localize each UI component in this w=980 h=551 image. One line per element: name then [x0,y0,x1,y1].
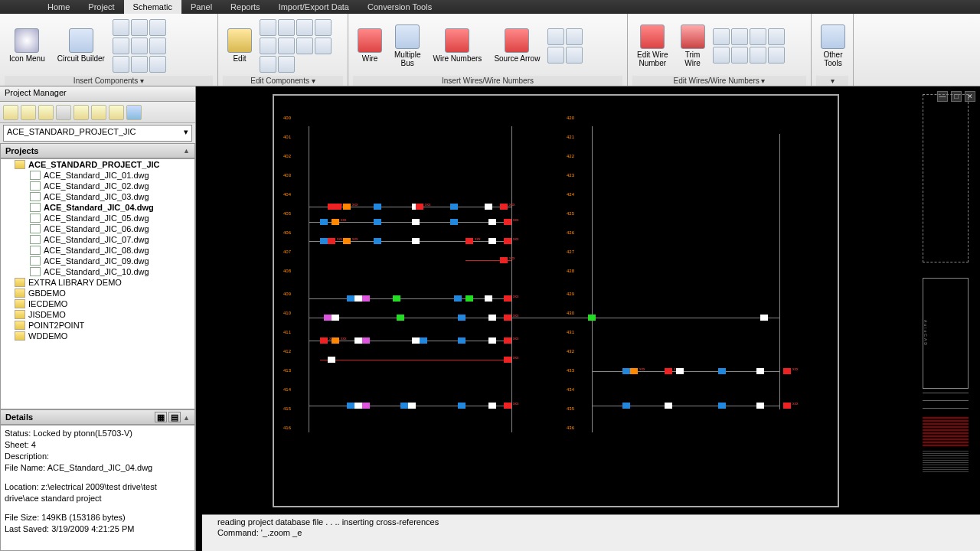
tb-save-icon[interactable] [38,105,54,120]
small-btn[interactable] [731,47,748,64]
tree-file[interactable]: ACE_Standard_JIC_08.dwg [1,245,194,256]
tree-project[interactable]: GBDEMO [1,288,194,298]
small-btn[interactable] [149,56,166,73]
tree-file[interactable]: ACE_Standard_JIC_03.dwg [1,191,194,202]
other-tools-button[interactable]: Other Tools [816,23,850,69]
small-btn[interactable] [315,19,332,36]
source-arrow-button[interactable]: Source Arrow [489,27,544,64]
wire-numbers-button[interactable]: Wire Numbers [428,27,486,64]
tree-project[interactable]: IECDEMO [1,298,194,309]
small-btn[interactable] [131,56,148,73]
small-btn[interactable] [260,37,276,54]
small-btn[interactable] [566,47,583,64]
tab-panel[interactable]: Panel [181,0,221,14]
tree-file[interactable]: ACE_Standard_JIC_02.dwg [1,181,194,191]
small-btn[interactable] [750,47,766,64]
small-btn[interactable] [131,37,148,54]
trim-wire-button[interactable]: Trim Wire [676,23,710,69]
tb-help-icon[interactable] [126,105,142,120]
group-insert-components[interactable]: Insert Components ▾ [5,76,213,86]
group-edit-components[interactable]: Edit Components ▾ [223,76,343,86]
tab-project[interactable]: Project [79,0,123,14]
tree-project[interactable]: WDDEMO [1,331,194,341]
tree-file-active[interactable]: ACE_Standard_JIC_04.dwg [1,202,194,213]
small-btn[interactable] [278,37,295,54]
group-edit-wires[interactable]: Edit Wires/Wire Numbers ▾ [632,76,806,86]
small-btn[interactable] [566,28,583,45]
small-btn[interactable] [113,37,129,54]
tab-conversion[interactable]: Conversion Tools [358,0,441,14]
icon-menu-button[interactable]: Icon Menu [5,27,50,64]
small-btn[interactable] [731,28,748,45]
detail-saved: Last Saved: 3/19/2009 4:21:25 PM [5,523,191,535]
small-btn[interactable] [260,56,276,73]
dwg-icon [30,171,41,180]
circuit-icon [69,28,93,53]
tb-publish-icon[interactable] [91,105,106,120]
small-btn[interactable] [149,37,166,54]
dwg-icon [30,181,41,191]
small-btn[interactable] [260,19,276,36]
small-btn[interactable] [113,56,129,73]
ribbon: Icon Menu Circuit Builder Insert Compone… [0,14,980,86]
tab-import-export[interactable]: Import/Export Data [270,0,358,14]
tree-project[interactable]: POINT2POINT [1,320,194,331]
tree-root[interactable]: ACE_STANDARD_PROJECT_JIC [1,159,194,170]
folder-icon [15,289,25,298]
tree-file[interactable]: ACE_Standard_JIC_05.dwg [1,213,194,223]
detail-sheet: Sheet: 4 [5,439,191,451]
edit-button[interactable]: Edit [223,27,256,64]
tb-find-icon[interactable] [74,105,89,120]
tree-file[interactable]: ACE_Standard_JIC_09.dwg [1,256,194,266]
small-btn[interactable] [296,19,313,36]
group-other[interactable]: ▾ [816,76,848,86]
tree-file[interactable]: ACE_Standard_JIC_01.dwg [1,170,194,181]
projects-header[interactable]: Projects▲ [0,143,195,158]
tools-icon [821,24,845,49]
edit-wire-icon [640,24,665,49]
wire-button[interactable]: Wire [353,27,387,64]
tab-reports[interactable]: Reports [221,0,270,14]
small-btn[interactable] [131,19,148,36]
tb-new-icon[interactable] [3,105,18,120]
small-btn[interactable] [768,47,785,64]
small-btn[interactable] [713,47,730,64]
small-btn[interactable] [750,28,766,45]
dwg-icon [30,267,41,276]
command-window[interactable]: reading project database file . . .. ins… [202,514,980,551]
tab-schematic[interactable]: Schematic [124,0,181,14]
project-selector[interactable]: ACE_STANDARD_PROJECT_JIC [3,125,192,142]
small-btn[interactable] [278,56,295,73]
tb-open-icon[interactable] [21,105,36,120]
tree-project[interactable]: EXTRA LIBRARY DEMO [1,277,194,288]
small-btn[interactable] [149,19,166,36]
dwg-icon [30,224,41,233]
circuit-builder-button[interactable]: Circuit Builder [53,27,109,64]
tb-settings-icon[interactable] [109,105,124,120]
small-btn[interactable] [315,37,332,54]
edit-wire-number-button[interactable]: Edit Wire Number [632,23,673,69]
tree-file[interactable]: ACE_Standard_JIC_06.dwg [1,223,194,234]
details-header[interactable]: Details▦▤ ▲ [0,409,195,425]
multiple-bus-button[interactable]: Multiple Bus [390,23,425,69]
cmd-line-2: Command: '_.zoom _e [217,527,965,538]
title-block-lower [923,393,969,496]
drawing-canvas[interactable]: — □ ✕ 4004204014214024224034234044244054… [196,86,980,551]
folder-icon [15,160,25,169]
folder-icon [15,278,25,287]
small-btn[interactable] [547,28,564,45]
tree-file[interactable]: ACE_Standard_JIC_10.dwg [1,266,194,277]
small-btn[interactable] [278,19,295,36]
small-btn[interactable] [113,19,129,36]
small-btn[interactable] [713,28,730,45]
tab-home[interactable]: Home [38,0,79,14]
tree-file[interactable]: ACE_Standard_JIC_07.dwg [1,234,194,245]
small-btn[interactable] [296,37,313,54]
small-btn[interactable] [547,47,564,64]
tb-refresh-icon[interactable] [56,105,71,120]
tree-project[interactable]: JISDEMO [1,309,194,320]
project-tree[interactable]: ACE_STANDARD_PROJECT_JIC ACE_Standard_JI… [0,158,195,409]
magnifier-icon [15,28,39,53]
detail-location: Location: z:\electrical 2009\test drive\… [5,481,191,504]
small-btn[interactable] [768,28,785,45]
